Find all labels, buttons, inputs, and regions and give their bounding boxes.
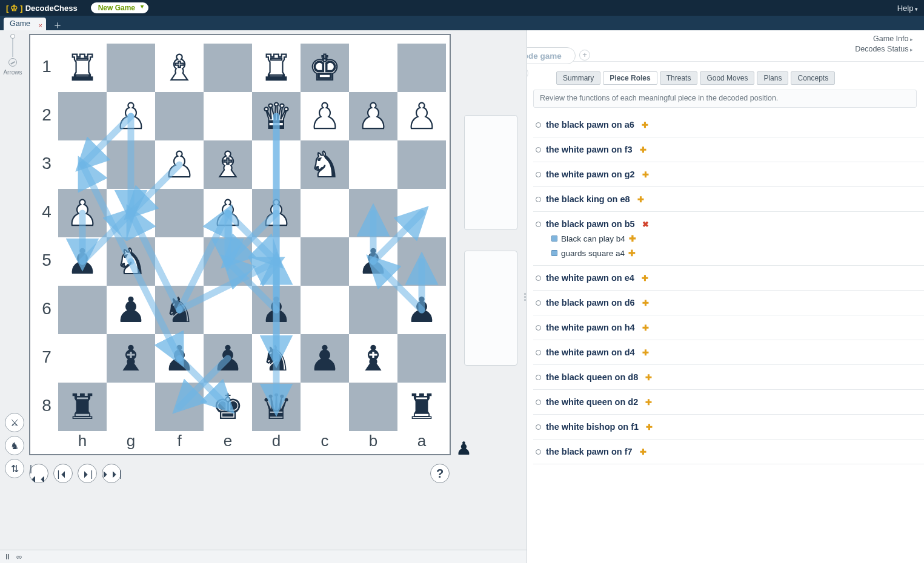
- square-f2[interactable]: [155, 92, 204, 140]
- square-e2[interactable]: [204, 92, 252, 140]
- help-menu[interactable]: Help: [897, 4, 918, 13]
- sync-icon[interactable]: ⇅: [5, 459, 24, 478]
- square-f4[interactable]: [155, 189, 204, 237]
- square-f5[interactable]: [155, 237, 204, 286]
- square-f8[interactable]: [155, 383, 204, 431]
- role-header[interactable]: the white pawn on g2✚: [536, 170, 920, 179]
- analysis-tab-plans[interactable]: Plans: [757, 71, 788, 85]
- role-header[interactable]: the white bishop on f1✚: [536, 422, 920, 432]
- square-d5[interactable]: [252, 237, 301, 286]
- role-header[interactable]: the black pawn on d6✚: [536, 298, 920, 308]
- board-help-button[interactable]: ?: [430, 464, 450, 483]
- square-b6[interactable]: [349, 286, 397, 334]
- square-h2[interactable]: [58, 92, 107, 140]
- square-g3[interactable]: [107, 140, 155, 189]
- square-b3[interactable]: [349, 140, 397, 189]
- square-e3[interactable]: [204, 140, 252, 189]
- role-header[interactable]: the black queen on d8✚: [536, 372, 920, 382]
- role-header[interactable]: the black pawn on b5✖: [536, 219, 920, 229]
- new-game-button[interactable]: New Game: [91, 2, 148, 13]
- square-b4[interactable]: [349, 189, 397, 237]
- decode-game-button[interactable]: Decode game: [527, 47, 576, 64]
- square-a2[interactable]: [397, 92, 446, 140]
- role-header[interactable]: the black king on e8✚: [536, 194, 920, 204]
- square-d3[interactable]: [252, 140, 301, 189]
- knight-icon[interactable]: ♞: [5, 436, 24, 455]
- arrows-toggle[interactable]: Arrows: [2, 34, 23, 76]
- role-subitem[interactable]: guards square a4✚: [551, 248, 920, 258]
- square-f7[interactable]: [155, 334, 204, 383]
- square-c5[interactable]: [301, 237, 349, 286]
- square-c4[interactable]: [301, 189, 349, 237]
- square-e8[interactable]: [204, 383, 252, 431]
- role-header[interactable]: the white pawn on e4✚: [536, 273, 920, 283]
- square-c3[interactable]: [301, 140, 349, 189]
- square-b7[interactable]: [349, 334, 397, 383]
- square-g4[interactable]: [107, 189, 155, 237]
- square-g8[interactable]: [107, 383, 155, 431]
- analysis-tab-piece-roles[interactable]: Piece Roles: [603, 71, 657, 85]
- role-header[interactable]: the white queen on d2✚: [536, 397, 920, 407]
- loop-icon[interactable]: ∞: [16, 552, 22, 561]
- square-c8[interactable]: [301, 383, 349, 431]
- square-f6[interactable]: [155, 286, 204, 334]
- square-d6[interactable]: [252, 286, 301, 334]
- square-d1[interactable]: [252, 44, 301, 92]
- square-h3[interactable]: [58, 140, 107, 189]
- square-f1[interactable]: [155, 44, 204, 92]
- square-h5[interactable]: [58, 237, 107, 286]
- square-b2[interactable]: [349, 92, 397, 140]
- role-header[interactable]: the black pawn on a6✚: [536, 120, 920, 130]
- square-f3[interactable]: [155, 140, 204, 189]
- analysis-tab-concepts[interactable]: Concepts: [791, 71, 835, 85]
- role-header[interactable]: the black pawn on f7✚: [536, 447, 920, 456]
- square-b8[interactable]: [349, 383, 397, 431]
- role-header[interactable]: the white pawn on d4✚: [536, 347, 920, 357]
- add-tab-button[interactable]: ＋: [50, 19, 65, 30]
- square-e7[interactable]: [204, 334, 252, 383]
- nav-first-button[interactable]: |⏴⏴: [29, 464, 48, 483]
- square-h6[interactable]: [58, 286, 107, 334]
- nav-next-button[interactable]: ⏵|: [78, 464, 97, 483]
- role-subitem[interactable]: Black can play b4✚: [551, 234, 920, 243]
- square-c6[interactable]: [301, 286, 349, 334]
- decode-add-button[interactable]: +: [579, 50, 590, 61]
- square-e6[interactable]: [204, 286, 252, 334]
- square-c7[interactable]: [301, 334, 349, 383]
- game-tab[interactable]: Game ×: [4, 18, 46, 30]
- square-a5[interactable]: [397, 237, 446, 286]
- square-e4[interactable]: [204, 189, 252, 237]
- square-g5[interactable]: [107, 237, 155, 286]
- square-d7[interactable]: [252, 334, 301, 383]
- square-d8[interactable]: [252, 383, 301, 431]
- nav-prev-button[interactable]: |⏴: [53, 464, 73, 483]
- analysis-tab-summary[interactable]: Summary: [556, 71, 600, 85]
- square-c2[interactable]: [301, 92, 349, 140]
- square-a8[interactable]: [397, 383, 446, 431]
- square-h4[interactable]: [58, 189, 107, 237]
- square-g6[interactable]: [107, 286, 155, 334]
- square-c1[interactable]: [301, 44, 349, 92]
- undo-icon[interactable]: ↺: [527, 67, 528, 80]
- square-e1[interactable]: [204, 44, 252, 92]
- square-a6[interactable]: [397, 286, 446, 334]
- square-h8[interactable]: [58, 383, 107, 431]
- square-h1[interactable]: [58, 44, 107, 92]
- role-header[interactable]: the white pawn on f3✚: [536, 145, 920, 154]
- square-b5[interactable]: [349, 237, 397, 286]
- square-b1[interactable]: [349, 44, 397, 92]
- square-a3[interactable]: [397, 140, 446, 189]
- square-g2[interactable]: [107, 92, 155, 140]
- square-g1[interactable]: [107, 44, 155, 92]
- chessboard[interactable]: ♜♝♜♚♟♛♟♟♟♟♝♞♟♟♟♟♞♟♟♞♟♟♝♟♟♞♟♝♜♚♛♜ 1234567…: [29, 34, 451, 455]
- analysis-tab-good-moves[interactable]: Good Moves: [700, 71, 754, 85]
- role-header[interactable]: the white pawn on h4✚: [536, 323, 920, 332]
- square-a7[interactable]: [397, 334, 446, 383]
- analysis-tab-threats[interactable]: Threats: [660, 71, 698, 85]
- square-d2[interactable]: [252, 92, 301, 140]
- square-a4[interactable]: [397, 189, 446, 237]
- square-h7[interactable]: [58, 334, 107, 383]
- decodes-status-link[interactable]: Decodes Status: [855, 44, 913, 54]
- pause-icon[interactable]: ⏸: [4, 552, 12, 561]
- square-e5[interactable]: [204, 237, 252, 286]
